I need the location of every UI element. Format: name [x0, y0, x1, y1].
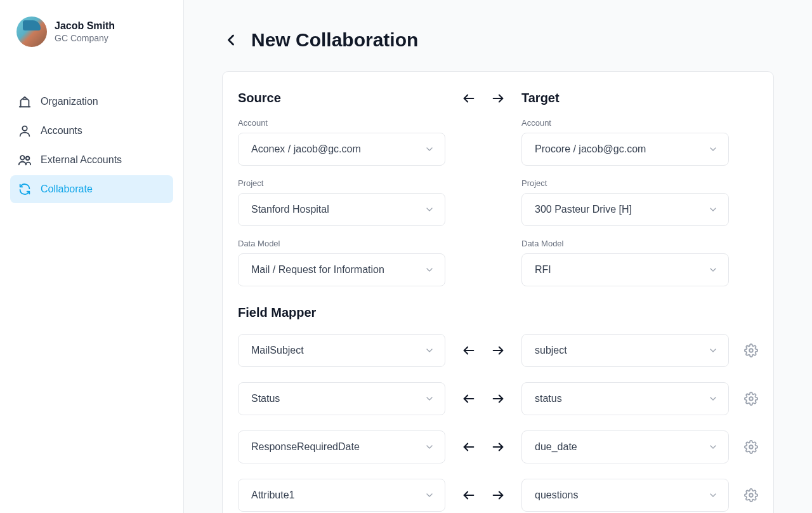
arrow-right-icon [491, 343, 505, 357]
svg-point-10 [749, 397, 753, 401]
arrow-left-icon [462, 91, 476, 105]
target-account-label: Account [521, 118, 729, 128]
profile-name: Jacob Smith [55, 20, 115, 32]
select-value: Mail / Request for Information [251, 264, 384, 276]
sidebar-item-collaborate[interactable]: Collaborate [10, 175, 173, 203]
mapper-target-select[interactable]: questions [521, 479, 729, 512]
select-value: MailSubject [251, 345, 304, 356]
profile-org: GC Company [55, 33, 115, 43]
chevron-down-icon [708, 204, 718, 215]
sidebar-item-label: Accounts [41, 125, 82, 137]
back-button[interactable] [222, 31, 240, 49]
arrow-right-icon [491, 440, 505, 454]
field-mapper-title: Field Mapper [238, 305, 758, 320]
sidebar-item-label: External Accounts [41, 154, 122, 166]
arrow-right-icon [491, 392, 505, 406]
mapper-source-select[interactable]: MailSubject [238, 334, 445, 367]
select-value: 300 Pasteur Drive [H] [535, 204, 632, 215]
select-value: questions [535, 490, 579, 501]
sidebar-item-external-accounts[interactable]: External Accounts [10, 146, 173, 174]
sidebar-item-organization[interactable]: Organization [10, 88, 173, 116]
chevron-down-icon [708, 490, 718, 500]
target-title: Target [521, 91, 560, 105]
mapper-settings-button[interactable] [744, 440, 758, 454]
chevron-down-icon [708, 394, 718, 404]
source-title: Source [238, 91, 281, 105]
source-project-label: Project [238, 178, 445, 188]
chevron-down-icon [424, 394, 435, 404]
refresh-icon [18, 182, 32, 196]
source-project-select[interactable]: Stanford Hospital [238, 193, 445, 226]
arrow-left-icon [462, 392, 476, 406]
mapper-direction[interactable] [445, 488, 521, 502]
gear-icon [744, 440, 758, 454]
mapper-settings-button[interactable] [744, 488, 758, 502]
mapper-settings-button[interactable] [744, 343, 758, 357]
mapper-row: ResponseRequiredDate due_date [238, 430, 758, 463]
mapper-direction[interactable] [445, 392, 521, 406]
arrow-right-icon [491, 488, 505, 502]
page-title: New Collaboration [251, 29, 418, 51]
mapper-target-select[interactable]: due_date [521, 430, 729, 463]
main-content: New Collaboration Source Target Account … [184, 0, 812, 513]
chevron-down-icon [424, 144, 435, 154]
select-value: Procore / jacob@gc.com [535, 143, 646, 155]
mapper-settings-button[interactable] [744, 392, 758, 406]
arrow-left-icon [462, 343, 476, 357]
profile-text: Jacob Smith GC Company [55, 20, 115, 43]
select-value: Attribute1 [251, 490, 294, 501]
select-value: subject [535, 345, 567, 356]
chevron-left-icon [222, 31, 240, 49]
sidebar-item-label: Collaborate [41, 183, 93, 195]
mapper-source-select[interactable]: Attribute1 [238, 479, 445, 512]
chevron-down-icon [708, 345, 718, 356]
target-account-select[interactable]: Procore / jacob@gc.com [521, 133, 729, 166]
mapper-target-select[interactable]: subject [521, 334, 729, 367]
target-project-label: Project [521, 178, 729, 188]
select-value: ResponseRequiredDate [251, 441, 360, 453]
select-value: Stanford Hospital [251, 204, 329, 215]
user-icon [18, 124, 32, 138]
chevron-down-icon [424, 265, 435, 275]
mapper-direction[interactable] [445, 343, 521, 357]
target-project-select[interactable]: 300 Pasteur Drive [H] [521, 193, 729, 226]
config-columns: Account Aconex / jacob@gc.com Project St… [238, 118, 758, 299]
select-value: Status [251, 393, 280, 404]
svg-point-0 [22, 126, 27, 131]
select-value: status [535, 393, 562, 404]
target-data-model-select[interactable]: RFI [521, 253, 729, 286]
columns-header: Source Target [238, 91, 758, 105]
collaboration-card: Source Target Account Aconex / jacob@gc.… [222, 71, 774, 513]
target-data-model-label: Data Model [521, 239, 729, 248]
source-data-model-select[interactable]: Mail / Request for Information [238, 253, 445, 286]
svg-point-1 [20, 156, 24, 159]
chevron-down-icon [708, 442, 718, 452]
chevron-down-icon [424, 490, 435, 500]
gear-icon [744, 343, 758, 357]
sidebar-item-label: Organization [41, 96, 98, 107]
svg-point-13 [749, 445, 753, 449]
nav: Organization Accounts External Accounts … [10, 88, 173, 203]
source-account-label: Account [238, 118, 445, 128]
page-header: New Collaboration [222, 29, 774, 51]
profile-block[interactable]: Jacob Smith GC Company [10, 17, 173, 62]
chevron-down-icon [708, 265, 718, 275]
organization-icon [18, 95, 32, 109]
arrow-left-icon [462, 440, 476, 454]
mapper-target-select[interactable]: status [521, 382, 729, 415]
sidebar-item-accounts[interactable]: Accounts [10, 117, 173, 145]
avatar [16, 17, 47, 47]
mapper-source-select[interactable]: ResponseRequiredDate [238, 430, 445, 463]
chevron-down-icon [424, 345, 435, 356]
mapper-source-select[interactable]: Status [238, 382, 445, 415]
select-value: due_date [535, 441, 577, 453]
mapper-row: Attribute1 questions [238, 479, 758, 512]
mapper-row: MailSubject subject [238, 334, 758, 367]
mapper-row: Status status [238, 382, 758, 415]
mapper-direction[interactable] [445, 440, 521, 454]
svg-point-7 [749, 349, 753, 352]
gear-icon [744, 392, 758, 406]
source-account-select[interactable]: Aconex / jacob@gc.com [238, 133, 445, 166]
direction-arrows [445, 91, 521, 105]
select-value: Aconex / jacob@gc.com [251, 143, 361, 155]
